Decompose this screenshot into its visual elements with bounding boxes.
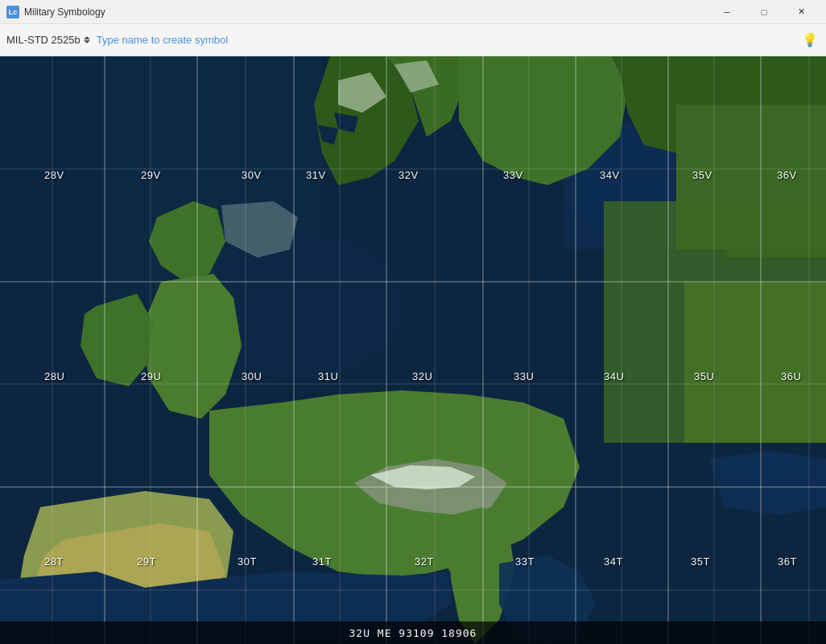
app-icon: Lc <box>6 6 19 19</box>
status-bar: 32U ME 93109 18906 <box>0 621 826 644</box>
minimize-button[interactable]: ─ <box>708 0 745 24</box>
std-label: MIL-STD 2525b <box>6 34 81 46</box>
toolbar: MIL-STD 2525b 💡 <box>0 24 826 56</box>
std-selector[interactable]: MIL-STD 2525b <box>6 34 90 46</box>
map-background <box>0 56 826 644</box>
title-text: Military Symbology <box>24 6 708 18</box>
symbol-search-input[interactable] <box>97 34 794 46</box>
arrow-down-icon <box>84 40 90 43</box>
map-container[interactable]: 28V29V30V31V32V33V34V35V36V28U29U30U31U3… <box>0 56 826 644</box>
std-arrows-icon[interactable] <box>84 36 90 43</box>
title-bar: Lc Military Symbology ─ □ ✕ <box>0 0 826 24</box>
maximize-button[interactable]: □ <box>745 0 783 24</box>
window-controls: ─ □ ✕ <box>708 0 820 24</box>
close-button[interactable]: ✕ <box>783 0 820 24</box>
coordinates-text: 32U ME 93109 18906 <box>349 627 477 639</box>
light-bulb-icon[interactable]: 💡 <box>800 31 820 50</box>
svg-rect-9 <box>684 282 826 443</box>
arrow-up-icon <box>84 36 90 39</box>
